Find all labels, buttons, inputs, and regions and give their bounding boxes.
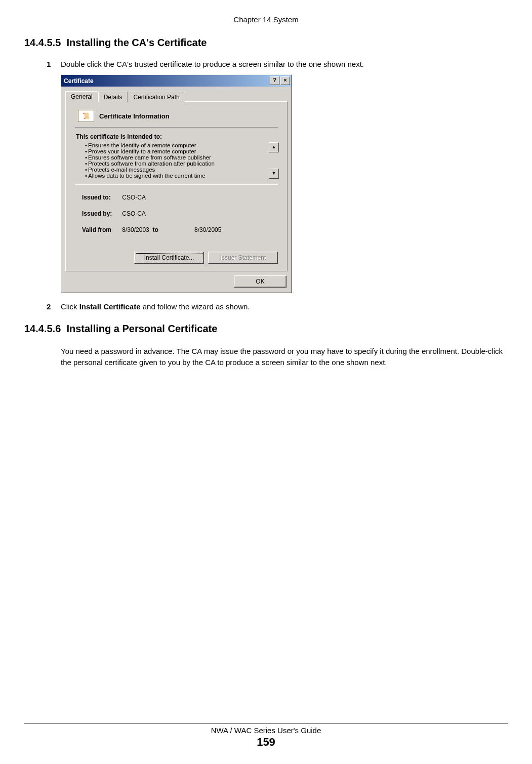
install-certificate-bold: Install Certificate (79, 302, 141, 311)
section-heading-2: 14.4.5.6 Installing a Personal Certifica… (24, 323, 508, 335)
certificate-dialog: Certificate ? × General Details Certific… (61, 74, 292, 293)
step-number: 2 (47, 302, 61, 311)
tab-certification-path[interactable]: Certification Path (128, 92, 185, 102)
valid-from-value: 8/30/2003 (122, 226, 149, 233)
chapter-header: Chapter 14 System (24, 15, 508, 24)
purpose-item: Allows data to be signed with the curren… (85, 173, 265, 179)
purpose-item: Ensures the identity of a remote compute… (85, 142, 265, 148)
install-certificate-button[interactable]: Install Certificate... (134, 252, 204, 264)
tab-panel-general: 📜 Certificate Information This certifica… (65, 101, 288, 271)
certificate-icon: 📜 (78, 110, 94, 122)
step-text: Double click the CA's trusted certificat… (61, 60, 364, 68)
issued-to-label: Issued to: (82, 194, 120, 201)
page-footer: NWA / WAC Series User's Guide 159 (24, 723, 508, 749)
certificate-info-heading: Certificate Information (99, 112, 170, 120)
tab-general[interactable]: General (65, 91, 98, 102)
step-1: 1 Double click the CA's trusted certific… (47, 60, 508, 68)
tab-details[interactable]: Details (98, 92, 128, 102)
help-button[interactable]: ? (270, 76, 279, 85)
valid-row: Valid from 8/30/2003 to 8/30/2005 (82, 226, 278, 233)
section-title: Installing the CA's Certificate (66, 37, 207, 48)
purpose-item: Proves your identity to a remote compute… (85, 148, 265, 154)
scroll-up-button[interactable]: ▲ (269, 142, 279, 152)
dialog-title: Certificate (64, 77, 94, 85)
ok-button[interactable]: OK (234, 275, 287, 288)
dialog-titlebar[interactable]: Certificate ? × (61, 75, 292, 87)
issued-by-value: CSO-CA (122, 210, 146, 217)
purpose-scrollbar[interactable]: ▲ ▼ (269, 142, 278, 179)
purpose-item: Protects e-mail messages (85, 167, 265, 173)
issued-by-label: Issued by: (82, 210, 120, 217)
purpose-list: Ensures the identity of a remote compute… (75, 142, 267, 179)
close-button[interactable]: × (280, 76, 290, 85)
purpose-item: Protects software from alteration after … (85, 160, 265, 167)
footer-guide-title: NWA / WAC Series User's Guide (24, 726, 508, 735)
issuer-statement-button: Issuer Statement (208, 252, 278, 264)
issued-by-row: Issued by: CSO-CA (82, 210, 278, 217)
intended-to-label: This certificate is intended to: (76, 133, 278, 140)
footer-page-number: 159 (24, 736, 508, 749)
tabs-row: General Details Certification Path (61, 87, 292, 101)
scroll-down-button[interactable]: ▼ (269, 169, 279, 179)
step-text: Click Install Certificate and follow the… (61, 302, 250, 311)
valid-from-label: Valid from (82, 226, 120, 233)
section-heading-1: 14.4.5.5 Installing the CA's Certificate (24, 37, 508, 49)
section-number: 14.4.5.5 (24, 37, 61, 48)
section-title: Installing a Personal Certificate (66, 323, 217, 334)
step-number: 1 (47, 60, 61, 68)
issued-to-value: CSO-CA (122, 194, 146, 201)
section-2-paragraph: You need a password in advance. The CA m… (61, 346, 508, 368)
step-2: 2 Click Install Certificate and follow t… (47, 302, 508, 311)
issued-to-row: Issued to: CSO-CA (82, 194, 278, 201)
valid-to-value: 8/30/2005 (194, 226, 221, 233)
valid-to-label: to (152, 226, 191, 233)
purpose-item: Ensures software came from software publ… (85, 154, 265, 160)
section-number: 14.4.5.6 (24, 323, 61, 334)
